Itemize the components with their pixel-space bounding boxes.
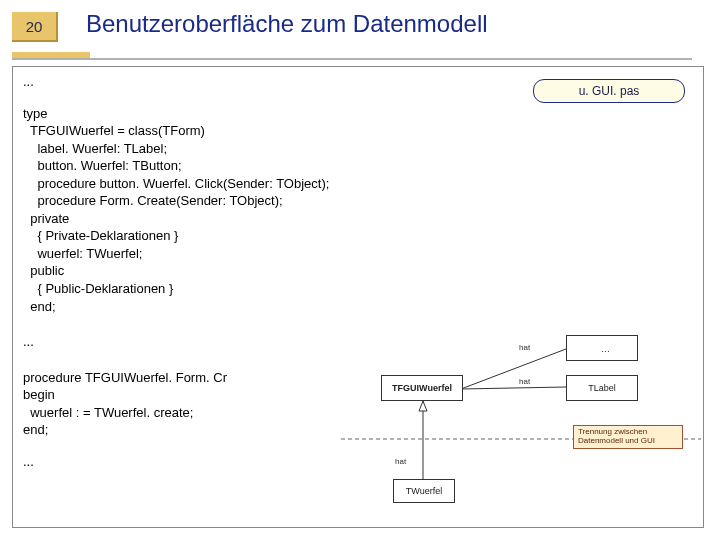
code-line: procedure button. Wuerfel. Click(Sender:…	[23, 175, 693, 193]
slide-title: Benutzeroberfläche zum Datenmodell	[86, 8, 488, 38]
class-bot-right: TLabel	[566, 375, 638, 401]
code-line: procedure Form. Create(Sender: TObject);	[23, 192, 693, 210]
slide-header: 20 Benutzeroberfläche zum Datenmodell	[0, 0, 720, 42]
code-line: wuerfel: TWuerfel;	[23, 245, 693, 263]
svg-line-1	[461, 387, 566, 389]
code-line: TFGUIWuerfel = class(TForm)	[23, 122, 693, 140]
svg-line-0	[461, 349, 566, 389]
code-line: label. Wuerfel: TLabel;	[23, 140, 693, 158]
code-frame: u. GUI. pas ... type TFGUIWuerfel = clas…	[12, 66, 704, 528]
slide-number: 20	[12, 12, 58, 42]
code-line: type	[23, 105, 693, 123]
class-top-right-text: …	[601, 343, 610, 355]
code-line: end;	[23, 298, 693, 316]
class-main: TFGUIWuerfel	[381, 375, 463, 401]
code-line: private	[23, 210, 693, 228]
code-line: { Private-Deklarationen }	[23, 227, 693, 245]
edge-label: hat	[519, 343, 530, 354]
note-line2: Datenmodell und GUI	[578, 437, 678, 446]
diagram-note: Trennung zwischen Datenmodell und GUI	[573, 425, 683, 449]
edge-label: hat	[395, 457, 406, 468]
code-line: button. Wuerfel: TButton;	[23, 157, 693, 175]
code-line: { Public-Deklarationen }	[23, 280, 693, 298]
title-underline	[12, 52, 692, 60]
code-line: public	[23, 262, 693, 280]
svg-marker-3	[419, 401, 427, 411]
class-bottom: TWuerfel	[393, 479, 455, 503]
uml-diagram: TFGUIWuerfel … TLabel TWuerfel hat hat h…	[341, 329, 701, 529]
file-badge: u. GUI. pas	[533, 79, 685, 103]
edge-label: hat	[519, 377, 530, 388]
